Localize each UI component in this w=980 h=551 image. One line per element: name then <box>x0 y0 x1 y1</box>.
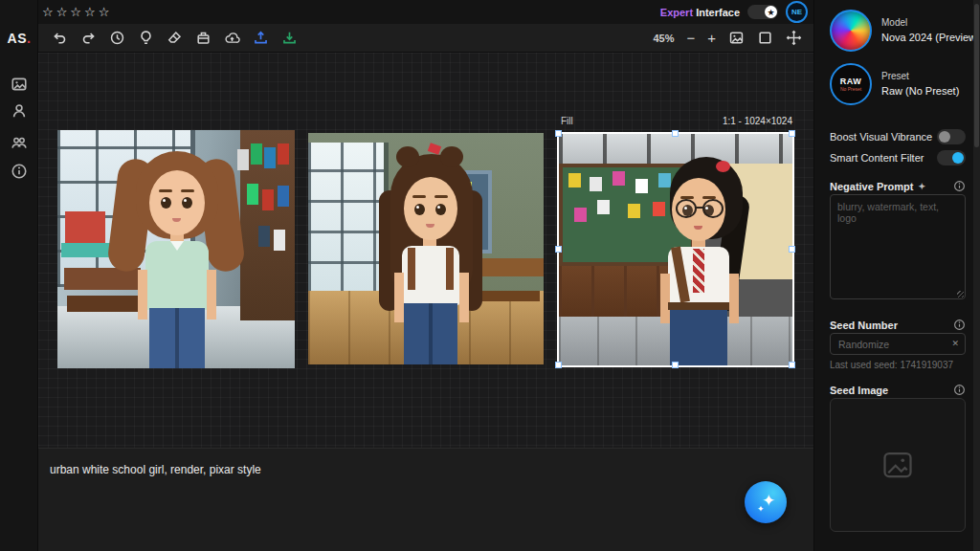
rating-star-icon[interactable]: ☆ <box>56 6 68 18</box>
preset-label: Preset <box>881 69 959 83</box>
image-1-girl-figure <box>57 130 295 368</box>
selection-handle-top-center[interactable] <box>672 130 679 137</box>
expert-interface-label: Expert Interface <box>660 7 740 18</box>
logo-dot: . <box>27 31 31 46</box>
community-icon[interactable] <box>11 134 28 151</box>
seed-image-label: Seed Image <box>830 385 888 396</box>
generated-image-1[interactable] <box>57 130 295 368</box>
selection-handle-bottom-right[interactable] <box>789 362 795 368</box>
app-window: AS. ☆ ☆ ☆ ☆ ☆ Expert Interface <box>0 0 980 551</box>
preset-badge-title: RAW <box>840 77 862 86</box>
download-icon[interactable] <box>281 30 298 46</box>
image-3-girl-figure <box>559 134 792 365</box>
expert-word: Expert <box>660 7 693 18</box>
smart-content-filter-label: Smart Content Filter <box>830 152 924 164</box>
preset-value: Raw (No Preset) <box>881 83 959 99</box>
boost-visual-vibrance-label: Boost Visual Vibrance <box>830 131 932 143</box>
export-upload-icon[interactable] <box>253 30 269 46</box>
insert-image-icon[interactable] <box>728 30 745 46</box>
rating-star-icon[interactable]: ☆ <box>84 6 96 18</box>
star-icon: ★ <box>767 8 774 17</box>
assets-bag-icon[interactable] <box>195 30 212 46</box>
seed-number-label: Seed Number <box>830 320 898 331</box>
selection-handle-bottom-left[interactable] <box>555 362 562 368</box>
negative-prompt-label: Negative Prompt <box>830 181 913 192</box>
avatar-initials: NE <box>791 8 802 16</box>
seed-clear-icon[interactable]: ✕ <box>951 339 959 348</box>
seed-number-header: Seed Number <box>830 319 966 331</box>
negative-prompt-info-icon[interactable] <box>953 180 966 192</box>
rating-star-icon[interactable]: ☆ <box>42 6 54 18</box>
preset-badge-subtitle: No Preset <box>840 86 861 92</box>
preset-selector[interactable]: RAW No Preset Preset Raw (No Preset) <box>830 63 959 105</box>
negative-prompt-header: Negative Prompt ✦ <box>830 180 966 192</box>
prompt-enhance-icon[interactable]: ✦ <box>918 182 925 191</box>
toggle-knob <box>952 152 964 164</box>
zoom-out-icon[interactable]: − <box>686 31 695 45</box>
design-canvas[interactable]: Fill 1:1 - 1024×1024 <box>38 53 813 448</box>
app-logo[interactable]: AS. <box>0 25 38 52</box>
seed-number-field: ✕ <box>830 333 966 355</box>
idea-lightbulb-icon[interactable] <box>138 30 154 46</box>
help-info-icon[interactable] <box>11 163 28 180</box>
cloud-upload-icon[interactable] <box>224 30 240 46</box>
settings-sidebar: Model Nova 2024 (Preview) RAW No Preset … <box>813 0 980 551</box>
negative-prompt-input[interactable] <box>830 194 966 299</box>
profile-icon[interactable] <box>11 102 28 120</box>
gallery-icon[interactable] <box>11 76 28 93</box>
generated-image-3-selected[interactable] <box>559 134 792 365</box>
rating-star-icon[interactable]: ☆ <box>99 6 110 18</box>
history-icon[interactable] <box>109 30 125 46</box>
user-avatar[interactable]: NE <box>786 1 808 23</box>
model-label: Model <box>881 15 980 30</box>
selection-handle-bottom-center[interactable] <box>672 362 679 368</box>
prompt-bar[interactable]: urban white school girl, render, pixar s… <box>38 448 813 551</box>
scrollbar-thumb[interactable] <box>974 4 979 147</box>
interface-word: Interface <box>696 7 740 18</box>
redo-icon[interactable] <box>80 30 97 46</box>
sidebar-scrollbar[interactable] <box>973 0 980 551</box>
seed-image-dropzone[interactable] <box>830 398 966 532</box>
sparkle-small-icon: ✦ <box>757 504 765 514</box>
rating-stars: ☆ ☆ ☆ ☆ ☆ <box>42 6 109 18</box>
model-thumbnail <box>830 10 872 52</box>
pan-move-icon[interactable] <box>786 30 802 46</box>
zoom-level[interactable]: 45% <box>653 33 674 44</box>
seed-image-header: Seed Image <box>830 384 966 396</box>
smart-content-filter-row: Smart Content Filter <box>830 150 966 165</box>
smart-content-filter-toggle[interactable] <box>937 150 966 165</box>
rating-star-icon[interactable]: ☆ <box>70 6 81 18</box>
generated-image-2[interactable] <box>308 133 544 364</box>
generate-button[interactable]: ✦ ✦ <box>745 481 787 523</box>
boost-visual-vibrance-row: Boost Visual Vibrance <box>830 129 966 144</box>
selection-handle-middle-left[interactable] <box>555 246 562 253</box>
left-nav-rail: AS. <box>0 0 38 551</box>
model-selector[interactable]: Model Nova 2024 (Preview) <box>830 10 980 52</box>
zoom-in-icon[interactable]: + <box>707 31 716 45</box>
top-bar: ☆ ☆ ☆ ☆ ☆ Expert Interface ★ NE <box>38 0 813 24</box>
undo-icon[interactable] <box>52 30 68 46</box>
image-placeholder-icon <box>880 448 915 482</box>
preset-thumbnail: RAW No Preset <box>830 63 872 105</box>
last-used-seed-text: Last used seed: 1741919037 <box>830 360 953 370</box>
canvas-toolbar: 45% − + <box>38 24 813 53</box>
seed-number-info-icon[interactable] <box>953 319 966 331</box>
selection-handle-top-left[interactable] <box>555 130 562 137</box>
textarea-resize-handle[interactable] <box>957 291 964 298</box>
toggle-knob <box>939 131 950 143</box>
selection-dimensions-label: 1:1 - 1024×1024 <box>559 116 792 126</box>
model-value: Nova 2024 (Preview) <box>881 30 980 46</box>
selection-handle-middle-right[interactable] <box>789 246 795 253</box>
star-toggle-knob: ★ <box>765 6 777 18</box>
seed-image-info-icon[interactable] <box>953 384 966 396</box>
frame-select-icon[interactable] <box>757 30 773 46</box>
prompt-text[interactable]: urban white school girl, render, pixar s… <box>50 463 261 476</box>
eraser-icon[interactable] <box>167 30 183 46</box>
image-2-girl-figure <box>308 133 544 364</box>
logo-text: AS <box>8 31 27 46</box>
selection-handle-top-right[interactable] <box>789 130 795 137</box>
expert-mode-toggle[interactable]: ★ <box>747 5 778 19</box>
seed-number-input[interactable] <box>831 334 965 354</box>
boost-visual-vibrance-toggle[interactable] <box>937 129 966 144</box>
